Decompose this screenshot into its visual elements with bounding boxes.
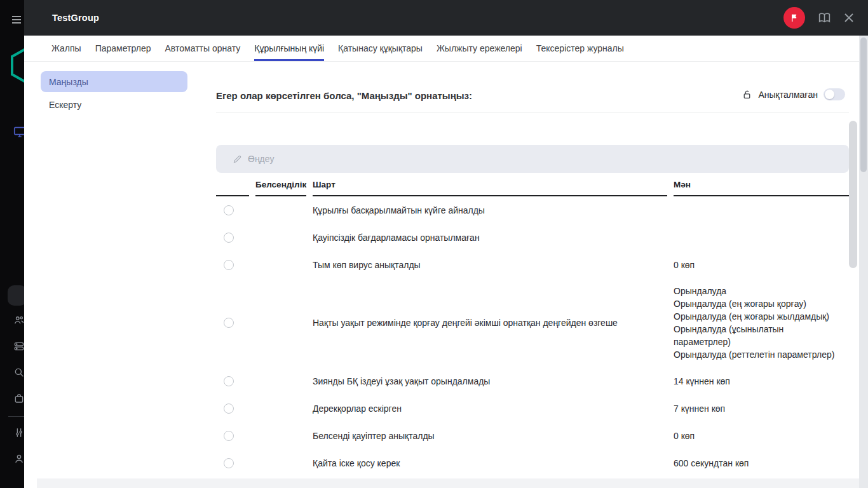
sidebar-item-1[interactable]: Ескерту xyxy=(41,94,187,115)
close-icon xyxy=(844,13,854,23)
tab-2[interactable]: Автоматты орнату xyxy=(165,36,241,61)
user-account-icon[interactable] xyxy=(13,453,25,464)
help-book-button[interactable] xyxy=(818,12,831,24)
tab-6[interactable]: Тексерістер журналы xyxy=(536,36,624,61)
value-text xyxy=(674,204,836,217)
group-properties-panel: TestGroup ЖалпыПараметрлерАвтоматты орна… xyxy=(24,0,868,488)
row-radio-button[interactable] xyxy=(224,458,234,468)
toggle-knob xyxy=(257,266,264,274)
page-scrollbar-thumb[interactable] xyxy=(860,37,867,172)
pencil-icon xyxy=(233,154,242,164)
condition-text: Тым көп вирус анықталды xyxy=(313,259,667,271)
content-scrollbar-thumb[interactable] xyxy=(849,121,857,268)
page-scrollbar-track[interactable] xyxy=(859,36,868,488)
condition-text: Дерекқорлар ескірген xyxy=(313,403,667,414)
condition-text: Зиянды БҚ іздеуі ұзақ уақыт орындалмады xyxy=(313,376,667,387)
column-header-value: Мән xyxy=(674,180,849,196)
condition-text: Құрылғы басқарылмайтын күйге айналды xyxy=(313,205,667,216)
table-header-row: Белсенділік Шарт Мән xyxy=(216,180,849,196)
condition-text: Қайта іске қосу керек xyxy=(313,458,667,469)
toggle-knob xyxy=(247,464,254,472)
table-row: Құрылғы басқарылмайтын күйге айналды xyxy=(216,196,849,224)
properties-tab-bar: ЖалпыПараметрлерАвтоматты орнатуҚұрылғын… xyxy=(24,36,859,62)
close-panel-button[interactable] xyxy=(844,13,854,23)
value-text: Орындалуда Орындалуда (ең жоғары қорғау)… xyxy=(674,278,836,367)
search-icon[interactable] xyxy=(13,367,25,378)
users-group-icon[interactable] xyxy=(13,315,25,326)
toggle-knob xyxy=(247,239,254,247)
section-heading: Егер олар көрсетілген болса, "Маңызды" о… xyxy=(216,90,472,101)
column-header-activity: Белсенділік xyxy=(255,180,306,196)
table-row: Дерекқорлар ескірген 7 күннен көп xyxy=(216,395,849,422)
toggle-knob xyxy=(825,90,834,99)
tab-5[interactable]: Жылжыту ережелері xyxy=(437,36,522,61)
value-text: 7 күннен көп xyxy=(674,396,836,421)
toggle-knob xyxy=(257,324,264,332)
row-radio-button[interactable] xyxy=(224,431,234,441)
column-header-condition: Шарт xyxy=(313,180,667,196)
sidebar-item-0[interactable]: Маңызды xyxy=(41,71,187,92)
table-row: Белсенді қауіптер анықталды 0 көп xyxy=(216,422,849,449)
undefined-toggle[interactable] xyxy=(824,88,845,100)
flag-icon xyxy=(789,13,799,23)
toggle-knob xyxy=(257,437,264,445)
value-text: 0 көп xyxy=(674,252,836,278)
lock-open-icon xyxy=(742,89,752,100)
column-header-select xyxy=(216,180,249,196)
tab-1[interactable]: Параметрлер xyxy=(95,36,151,61)
table-body: Құрылғы басқарылмайтын күйге айналды Қау… xyxy=(216,196,849,477)
notifications-flag-button[interactable] xyxy=(783,7,805,29)
undefined-label: Анықталмаған xyxy=(758,90,818,100)
tab-4[interactable]: Қатынасу құқықтары xyxy=(338,36,423,61)
hamburger-menu-icon[interactable] xyxy=(12,16,21,24)
servers-icon[interactable] xyxy=(13,341,25,352)
row-radio-button[interactable] xyxy=(224,233,234,243)
table-row: Қауіпсіздік бағдарламасы орнатылмаған xyxy=(216,224,849,251)
condition-text: Белсенді қауіптер анықталды xyxy=(313,430,667,442)
toggle-knob xyxy=(247,383,254,390)
condition-text: Нақты уақыт режимінде қорғау деңгейі әкі… xyxy=(313,317,667,329)
table-row: Қайта іске қосу керек 600 секундтан көп xyxy=(216,449,849,477)
value-text xyxy=(674,231,836,244)
panel-title: TestGroup xyxy=(52,13,783,23)
toggle-knob xyxy=(247,212,254,219)
toggle-knob xyxy=(247,410,254,417)
row-radio-button[interactable] xyxy=(224,205,234,215)
edit-button[interactable]: Өңдеу xyxy=(216,145,849,173)
heading-divider xyxy=(216,112,849,112)
book-icon xyxy=(818,12,831,24)
row-radio-button[interactable] xyxy=(224,318,234,328)
value-text: 0 көп xyxy=(674,423,836,449)
row-radio-button[interactable] xyxy=(224,376,234,386)
row-radio-button[interactable] xyxy=(224,260,234,270)
horizontal-scroll-gutter xyxy=(37,478,859,488)
table-row: Тым көп вирус анықталды 0 көп xyxy=(216,251,849,278)
row-radio-button[interactable] xyxy=(224,403,234,414)
rail-divider xyxy=(8,416,24,417)
settings-sliders-icon[interactable] xyxy=(13,427,25,438)
device-status-content: Егер олар көрсетілген болса, "Маңызды" о… xyxy=(216,62,849,488)
condition-text: Қауіпсіздік бағдарламасы орнатылмаған xyxy=(313,232,667,243)
table-row: Зиянды БҚ іздеуі ұзақ уақыт орындалмады … xyxy=(216,367,849,395)
tab-3[interactable]: Құрылғының күйі xyxy=(254,36,324,61)
edit-button-label: Өңдеу xyxy=(248,154,274,164)
app-rail xyxy=(0,0,24,488)
briefcase-icon[interactable] xyxy=(13,393,25,404)
conditions-table: Белсенділік Шарт Мән Құрылғы басқарылмай… xyxy=(216,180,849,477)
header-actions xyxy=(783,7,854,29)
table-row: Нақты уақыт режимінде қорғау деңгейі әкі… xyxy=(216,278,849,367)
panel-header: TestGroup xyxy=(24,0,868,36)
value-text: 600 секундтан көп xyxy=(674,451,836,476)
undefined-lock-control: Анықталмаған xyxy=(742,88,845,100)
severity-sidebar: МаңыздыЕскерту xyxy=(24,62,216,488)
value-text: 14 күннен көп xyxy=(674,369,836,394)
tab-0[interactable]: Жалпы xyxy=(51,36,81,61)
